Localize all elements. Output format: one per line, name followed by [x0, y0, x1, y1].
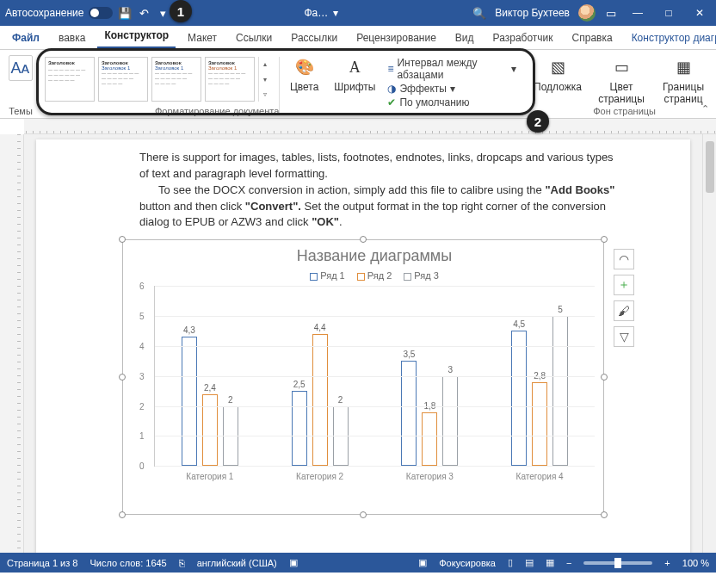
- style-card[interactable]: Заголовок — — — — — — —— — — — — —— — — …: [45, 57, 95, 102]
- resize-handle[interactable]: [601, 374, 608, 381]
- chart-plot-area[interactable]: 4,32,42Категория 12,54,42Категория 23,51…: [154, 286, 595, 467]
- status-language[interactable]: английский (США): [197, 558, 277, 568]
- zoom-out-icon[interactable]: −: [566, 558, 571, 568]
- style-gallery[interactable]: Заголовок — — — — — — —— — — — — —— — — …: [45, 55, 270, 103]
- search-icon[interactable]: 🔍: [472, 7, 486, 20]
- style-card[interactable]: Заголовок Заголовок 1 — — — — — — —— — —…: [151, 57, 201, 102]
- status-focus[interactable]: Фокусировка: [439, 558, 496, 568]
- tab-mailings[interactable]: Рассылки: [284, 28, 344, 49]
- legend-item[interactable]: Ряд 1: [310, 270, 345, 281]
- chart-filters-icon[interactable]: ▽: [614, 326, 634, 347]
- chart-bar[interactable]: 4,4: [312, 334, 328, 466]
- resize-handle[interactable]: [360, 236, 367, 243]
- chart-legend[interactable]: Ряд 1Ряд 2Ряд 3: [154, 270, 595, 281]
- paragraph[interactable]: There is support for images, tables, lis…: [139, 150, 621, 183]
- tab-layout[interactable]: Макет: [181, 28, 224, 49]
- view-read-icon[interactable]: ▯: [508, 557, 513, 568]
- chart-bar[interactable]: 1,8: [422, 412, 437, 467]
- bold-text: "OK": [312, 215, 339, 228]
- chevron-down-icon: ▾: [511, 63, 516, 75]
- close-button[interactable]: ✕: [688, 7, 711, 19]
- resize-handle[interactable]: [119, 511, 126, 518]
- themes-icon[interactable]: Aᴀ: [9, 55, 33, 81]
- formatting-stack: ≡ Интервал между абзацами ▾ ◑ Эффекты ▾ …: [386, 53, 518, 118]
- paragraph[interactable]: To see the DOCX conversion in action, si…: [139, 183, 621, 232]
- chart-elements-icon[interactable]: ＋: [614, 275, 634, 295]
- page[interactable]: There is support for images, tables, lis…: [36, 139, 690, 553]
- autosave-toggle[interactable]: [89, 7, 113, 19]
- tab-references[interactable]: Ссылки: [229, 28, 279, 49]
- tab-review[interactable]: Рецензирование: [349, 28, 443, 49]
- avatar[interactable]: [578, 4, 596, 22]
- undo-icon[interactable]: ↶: [137, 7, 151, 20]
- resize-handle[interactable]: [360, 511, 367, 518]
- spellcheck-icon[interactable]: ⎘: [179, 558, 185, 568]
- chart-bar[interactable]: 4,3: [182, 337, 197, 466]
- zoom-in-icon[interactable]: +: [664, 558, 670, 568]
- chart-bar[interactable]: 4,5: [511, 331, 527, 466]
- watermark-icon: ▧: [546, 55, 570, 79]
- chart-object[interactable]: ◠ ＋ 🖌 ▽ Название диаграммы Ряд 1Ряд 2Ряд…: [122, 239, 604, 515]
- tab-partial-vstavka[interactable]: вавка: [52, 28, 92, 49]
- tab-help[interactable]: Справка: [565, 28, 620, 49]
- resize-handle[interactable]: [119, 374, 126, 381]
- ribbon-display-icon[interactable]: ▭: [604, 7, 618, 20]
- focus-mode-icon[interactable]: ▣: [418, 557, 427, 568]
- resize-handle[interactable]: [119, 236, 126, 243]
- gallery-more[interactable]: ▴ ▾ ▿: [258, 57, 270, 102]
- macro-record-icon[interactable]: ▣: [289, 557, 298, 568]
- chart-styles-icon[interactable]: 🖌: [614, 300, 634, 321]
- bar-label: 2,5: [293, 380, 306, 389]
- collapse-ribbon-icon[interactable]: ⌃: [701, 103, 709, 115]
- effects-button[interactable]: ◑ Эффекты ▾: [387, 83, 516, 95]
- ruler-vertical[interactable]: [0, 134, 24, 553]
- legend-swatch: [357, 273, 365, 281]
- gridline: [155, 406, 595, 407]
- section-label-page-background: Фон страницы: [593, 106, 656, 116]
- tab-developer[interactable]: Разработчик: [486, 28, 560, 49]
- customize-qat-icon[interactable]: ▾: [156, 7, 170, 20]
- maximize-button[interactable]: □: [657, 7, 680, 19]
- resize-handle[interactable]: [601, 511, 608, 518]
- colors-button[interactable]: 🎨 Цвета: [285, 53, 324, 118]
- style-card[interactable]: Заголовок Заголовок 1 — — — — — — —— — —…: [205, 57, 255, 102]
- zoom-level[interactable]: 100 %: [682, 558, 709, 568]
- bar-label: 2,4: [203, 383, 217, 393]
- legend-item[interactable]: Ряд 3: [404, 270, 439, 281]
- resize-handle[interactable]: [601, 236, 608, 243]
- style-card[interactable]: Заголовок Заголовок 1 — — — — — — —— — —…: [98, 57, 148, 102]
- chart-layout-icon[interactable]: ◠: [614, 249, 634, 269]
- gridline: [155, 466, 595, 467]
- tab-file[interactable]: Файл: [5, 28, 46, 49]
- legend-item[interactable]: Ряд 2: [357, 270, 392, 281]
- tab-chart-design[interactable]: Конструктор диаграмм: [625, 28, 716, 49]
- chart-bar[interactable]: 2,5: [292, 391, 307, 466]
- zoom-slider[interactable]: [583, 561, 652, 565]
- ruler-horizontal[interactable]: [24, 119, 716, 134]
- scrollbar-thumb[interactable]: [706, 141, 714, 193]
- fonts-button[interactable]: A Шрифты: [329, 53, 380, 118]
- chart-title[interactable]: Название диаграммы: [154, 247, 595, 265]
- effects-label: Эффекты: [399, 83, 447, 95]
- status-word-count[interactable]: Число слов: 1645: [90, 558, 166, 568]
- page-color-label: Цвет страницы: [597, 81, 645, 105]
- watermark-button[interactable]: ▧ Подложка: [528, 53, 587, 118]
- category-label: Категория 4: [485, 472, 595, 481]
- y-tick-label: 3: [139, 371, 145, 381]
- save-icon[interactable]: 💾: [118, 7, 132, 20]
- minimize-button[interactable]: —: [626, 7, 649, 19]
- view-web-icon[interactable]: ▦: [546, 557, 554, 568]
- tab-view[interactable]: Вид: [448, 28, 481, 49]
- title-dropdown-icon[interactable]: ▾: [333, 7, 338, 19]
- chart-bar[interactable]: 5: [552, 316, 568, 466]
- paragraph-spacing-button[interactable]: ≡ Интервал между абзацами ▾: [387, 57, 516, 81]
- view-print-icon[interactable]: ▤: [525, 557, 534, 568]
- status-page[interactable]: Страница 1 из 8: [7, 558, 77, 568]
- chart-bar[interactable]: 2,4: [202, 394, 218, 467]
- chart-bar[interactable]: 2,8: [532, 382, 547, 467]
- tab-design[interactable]: Конструктор: [97, 25, 176, 49]
- user-name[interactable]: Виктор Бухтеев: [495, 7, 570, 19]
- set-default-button[interactable]: ✔ По умолчанию: [387, 96, 516, 108]
- chart-bar[interactable]: 3: [442, 376, 458, 467]
- scrollbar-vertical[interactable]: [702, 134, 716, 553]
